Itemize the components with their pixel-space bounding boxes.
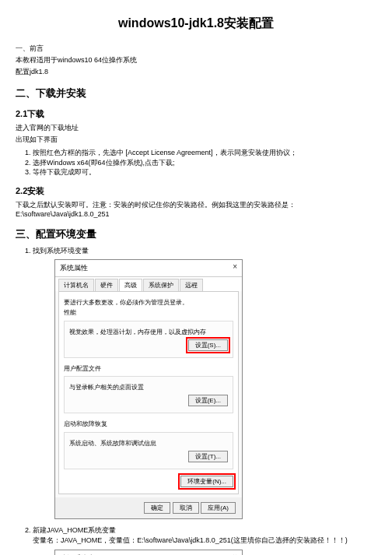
tab-system-protection[interactable]: 系统保护	[143, 279, 179, 291]
perf-label: 性能	[64, 308, 233, 317]
cancel-button[interactable]: 取消	[173, 502, 199, 514]
sec2-sub1-li3: 等待下载完成即可。	[33, 167, 376, 177]
tab-computer-name[interactable]: 计算机名	[58, 279, 94, 291]
user-box: 与登录帐户相关的桌面设置 设置(E)...	[64, 376, 233, 413]
close-icon[interactable]: ×	[233, 263, 237, 273]
sec3-li1-text: 找到系统环境变量	[33, 247, 89, 255]
perf-text: 视觉效果，处理器计划，内存使用，以及虚拟内存	[69, 328, 228, 336]
tab-remote[interactable]: 远程	[180, 279, 203, 291]
user-text: 与登录帐户相关的桌面设置	[69, 383, 228, 392]
dialog-button-row: 确定 取消 应用(A)	[55, 497, 242, 518]
dialog-title-text: 系统属性	[60, 263, 88, 273]
apply-button[interactable]: 应用(A)	[201, 502, 236, 514]
sec2-sub1-p1: 进入官网的下载地址	[16, 123, 376, 133]
tab-bar: 计算机名 硬件 高级 系统保护 远程	[55, 277, 242, 291]
sec3-heading: 三、配置环境变量	[16, 227, 376, 241]
sec1-line1: 本教程适用于windows10 64位操作系统	[16, 55, 376, 65]
sec2-sub1-p2: 出现如下界面	[16, 135, 376, 145]
edit-variable-dialog: 编辑系统变量 × 变量名(N): 变量值(V): 浏览目录(D)... 浏览文件…	[54, 550, 243, 555]
sec2-sub1-li1: 按照红色方框的指示，先选中 [Accept License Agreement]…	[33, 148, 376, 158]
tab-hardware[interactable]: 硬件	[95, 279, 118, 291]
start-box: 系统启动、系统故障和调试信息 设置(T)...	[64, 432, 233, 469]
sec1-heading: 一、前言	[16, 44, 376, 54]
perf-settings-button[interactable]: 设置(S)...	[188, 339, 228, 351]
start-settings-button[interactable]: 设置(T)...	[188, 451, 228, 462]
sec1-line2: 配置jdk1.8	[16, 67, 376, 77]
page-title: windows10-jdk1.8安装配置	[16, 16, 376, 32]
sec3-li1: 找到系统环境变量 系统属性 × 计算机名 硬件 高级 系统保护 远程 要进行大多…	[33, 246, 376, 520]
user-label: 用户配置文件	[64, 364, 233, 373]
system-properties-dialog: 系统属性 × 计算机名 硬件 高级 系统保护 远程 要进行大多数更改，你必须作为…	[54, 259, 243, 519]
dialog2-titlebar: 编辑系统变量 ×	[55, 550, 242, 555]
env-vars-button[interactable]: 环境变量(N)...	[180, 476, 233, 487]
perf-box: 视觉效果，处理器计划，内存使用，以及虚拟内存 设置(S)...	[64, 321, 233, 358]
user-settings-button[interactable]: 设置(E)...	[188, 395, 228, 406]
start-label: 启动和故障恢复	[64, 420, 233, 428]
start-text: 系统启动、系统故障和调试信息	[69, 439, 228, 448]
sec2-heading: 二、下载并安装	[16, 86, 376, 100]
tab-advanced[interactable]: 高级	[119, 279, 142, 291]
sec3-li2-sub: 变量名：JAVA_HOME，变量值：E:\software\Java\jdk1.…	[33, 536, 348, 544]
sec3-li2: 新建JAVA_HOME系统变量 变量名：JAVA_HOME，变量值：E:\sof…	[33, 525, 376, 555]
advanced-panel: 要进行大多数更改，你必须作为管理员登录。 性能 视觉效果，处理器计划，内存使用，…	[58, 291, 239, 494]
ok-button[interactable]: 确定	[144, 502, 170, 514]
dialog-titlebar: 系统属性 ×	[55, 260, 242, 277]
sec3-li2-text: 新建JAVA_HOME系统变量	[33, 526, 116, 534]
admin-note: 要进行大多数更改，你必须作为管理员登录。	[64, 298, 233, 307]
sec2-sub2-p1: 下载之后默认安装即可。注意：安装的时候记住你的安装路径。例如我这里的安装路径是：…	[16, 200, 376, 218]
sec2-sub1-heading: 2.1下载	[16, 108, 376, 120]
sec2-sub1-li2: 选择Windows x64(即64位操作系统),点击下载;	[33, 158, 376, 168]
sec2-sub2-heading: 2.2安装	[16, 185, 376, 197]
